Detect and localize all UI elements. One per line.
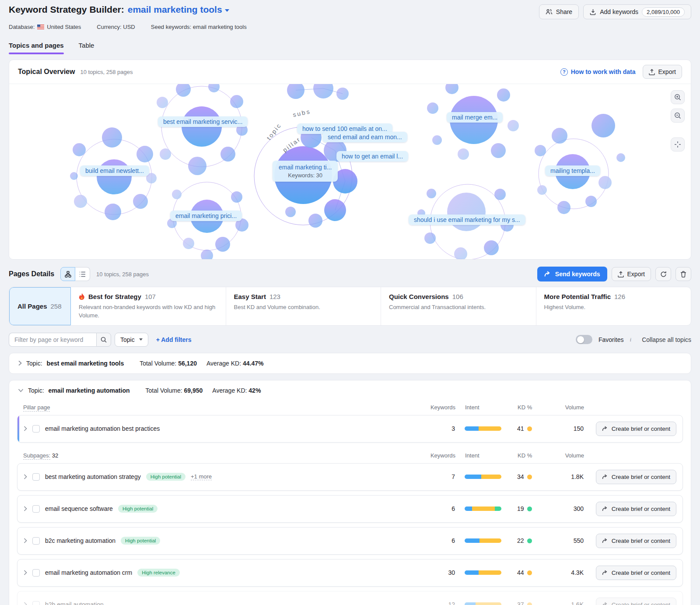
refresh-button[interactable] — [655, 267, 671, 281]
row-checkbox[interactable] — [32, 601, 40, 605]
send-keywords-button[interactable]: Send keywords — [537, 267, 607, 281]
subpage-row: b2c marketing automation High potential … — [17, 527, 683, 555]
strategy-tab-quick-conversions[interactable]: Quick Conversions 106 Commercial and Tra… — [381, 287, 536, 325]
keywords-quota-badge: 2,089/10,000 — [642, 7, 685, 17]
row-checkbox[interactable] — [32, 569, 40, 577]
tree-view-icon — [65, 271, 71, 278]
topical-overview-title: Topical Overview — [18, 68, 75, 76]
strategy-tab-best-for-strategy[interactable]: Best for Strategy 107 Relevant non-brand… — [71, 287, 226, 325]
page-name[interactable]: b2b email automation — [45, 601, 104, 605]
chevron-down-icon[interactable] — [18, 388, 24, 392]
search-icon — [101, 337, 107, 343]
strategy-tab-all-pages[interactable]: All Pages 258 — [9, 287, 71, 325]
forward-arrow-icon — [602, 538, 608, 543]
topic-header-email-marketing-automation[interactable]: Topic: email marketing automation Total … — [9, 380, 691, 401]
chevron-right-icon[interactable] — [24, 426, 27, 431]
create-brief-button[interactable]: Create brief or content — [596, 598, 676, 605]
how-to-work-with-data-link[interactable]: ? How to work with data — [560, 68, 636, 76]
page-name[interactable]: email marketing automation crm — [45, 569, 132, 576]
main-tabs: Topics and pages Table — [9, 42, 691, 54]
add-keywords-button[interactable]: Add keywords 2,089/10,000 — [583, 4, 691, 19]
tab-description: Commercial and Transactional intents. — [389, 303, 528, 312]
intent-segment-commercial — [472, 507, 495, 511]
bubble-label[interactable]: how to get an email l... — [336, 151, 408, 162]
tab-table[interactable]: Table — [79, 42, 94, 54]
add-filters-link[interactable]: + Add filters — [156, 336, 192, 343]
topic-header-best-email-marketing-tools[interactable]: Topic: best email marketing tools Total … — [9, 353, 691, 373]
fit-view-button[interactable] — [671, 137, 685, 151]
overview-export-button[interactable]: Export — [643, 65, 682, 79]
intent-segment-informational — [465, 475, 481, 479]
create-brief-button[interactable]: Create brief or content — [596, 566, 676, 580]
bubble-label[interactable]: best email marketing servic... — [158, 116, 248, 127]
bubble-label[interactable]: mail merge em... — [447, 112, 503, 123]
forward-arrow-icon — [602, 570, 608, 575]
project-selector[interactable]: email marketing tools — [128, 4, 229, 15]
topical-overview-subtitle: 10 topics, 258 pages — [80, 69, 133, 75]
zoom-out-button[interactable] — [671, 109, 685, 123]
chevron-right-icon[interactable] — [24, 602, 27, 605]
kd-value: 37 — [517, 601, 524, 605]
tree-view-button[interactable] — [60, 267, 75, 281]
create-brief-button[interactable]: Create brief or content — [596, 422, 676, 436]
topic-bubble-chart[interactable]: subs topic pillar best email marketing s… — [9, 84, 691, 259]
pages-details-subtitle: 10 topics, 258 pages — [96, 271, 149, 278]
page-name[interactable]: b2c marketing automation — [45, 537, 116, 544]
pages-export-button[interactable]: Export — [612, 267, 651, 281]
search-button[interactable] — [96, 333, 111, 347]
delete-button[interactable] — [676, 267, 691, 281]
send-arrow-icon — [544, 271, 551, 277]
bubble-label[interactable]: should i use email marketing for my s... — [409, 215, 525, 225]
bubble-label-pillar[interactable]: email marketing ti... Keywords: 30 — [273, 161, 338, 182]
chevron-right-icon[interactable] — [24, 538, 27, 543]
pages-details-title: Pages Details — [9, 270, 54, 278]
create-brief-button[interactable]: Create brief or content — [596, 534, 676, 548]
bubble-label[interactable]: send email and earn mon... — [322, 132, 407, 142]
more-badges-link[interactable]: +1 more — [191, 473, 212, 480]
chevron-down-icon — [139, 338, 143, 341]
intent-segment-transactional — [495, 507, 501, 511]
kd-value: 19 — [517, 505, 524, 512]
bubble-label[interactable]: build email newslett... — [80, 165, 149, 176]
page-name[interactable]: email marketing automation best practice… — [45, 425, 160, 432]
collapse-all-topics-link[interactable]: Collapse all topics — [642, 336, 691, 343]
chevron-right-icon[interactable] — [24, 474, 27, 479]
chevron-right-icon[interactable] — [24, 570, 27, 575]
chevron-right-icon[interactable] — [24, 506, 27, 511]
info-icon[interactable]: i — [630, 336, 632, 343]
intent-segment-commercial — [476, 602, 501, 605]
tab-topics-and-pages[interactable]: Topics and pages — [9, 42, 64, 54]
chevron-right-icon[interactable] — [18, 360, 22, 366]
intent-segment-commercial — [479, 570, 501, 575]
filter-search-input[interactable] — [9, 333, 96, 347]
pillar-page-label: Pillar page — [23, 404, 50, 412]
row-checkbox[interactable] — [32, 537, 40, 545]
share-button[interactable]: Share — [539, 4, 579, 19]
subpage-row: b2b email automation 12 37 1.6K Create b… — [17, 591, 683, 605]
zoom-in-button[interactable] — [671, 90, 685, 104]
page-name[interactable]: email sequence software — [45, 505, 113, 512]
pillar-label-keywords: Keywords: 30 — [279, 172, 332, 179]
question-circle-icon: ? — [560, 68, 568, 76]
row-checkbox[interactable] — [32, 505, 40, 513]
strategy-tab-easy-start[interactable]: Easy Start 123 Best KD and Volume combin… — [226, 287, 382, 325]
row-checkbox[interactable] — [32, 425, 40, 433]
subpages-table-header: Subpages: 32 Keywords Intent KD % Volume — [17, 447, 683, 463]
create-brief-button[interactable]: Create brief or content — [596, 502, 676, 516]
kd-cell: 34 — [511, 473, 549, 480]
list-view-button[interactable] — [75, 267, 90, 281]
kd-dot — [527, 426, 532, 431]
bubble-label[interactable]: mailing templa... — [545, 165, 600, 176]
bubble-label[interactable]: email marketing prici... — [170, 211, 242, 221]
intent-segment-informational — [465, 602, 476, 605]
strategy-tab-more-potential-traffic[interactable]: More Potential Traffic 126 Highest Volum… — [536, 287, 691, 325]
favorites-toggle[interactable] — [576, 335, 592, 344]
column-keywords: Keywords — [427, 452, 455, 459]
row-checkbox[interactable] — [32, 473, 40, 481]
topic-filter-dropdown[interactable]: Topic — [115, 333, 148, 347]
pillar-table-header: Pillar page Keywords Intent KD % Volume — [17, 401, 683, 415]
create-brief-button[interactable]: Create brief or content — [596, 470, 676, 484]
page-name[interactable]: best marketing automation strategy — [45, 473, 141, 480]
topic-name: email marketing automation — [49, 387, 130, 394]
add-keywords-label: Add keywords — [600, 8, 638, 15]
